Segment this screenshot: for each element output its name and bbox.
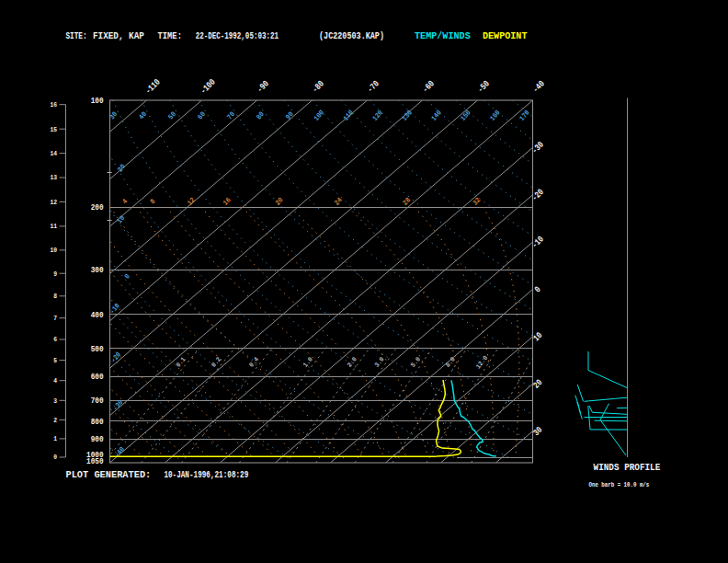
svg-text:100: 100 <box>91 96 104 106</box>
svg-text:800: 800 <box>91 417 104 427</box>
svg-text:TIME:: TIME: <box>158 30 182 41</box>
svg-text:13: 13 <box>50 174 57 181</box>
svg-text:200: 200 <box>91 202 104 213</box>
svg-text:2: 2 <box>53 417 57 424</box>
svg-text:WINDS PROFILE: WINDS PROFILE <box>594 462 661 473</box>
svg-text:3: 3 <box>53 397 57 405</box>
svg-text:One barb = 10.0 m/s: One barb = 10.0 m/s <box>589 481 650 488</box>
svg-text:5: 5 <box>53 357 57 364</box>
svg-text:8: 8 <box>53 293 57 300</box>
svg-text:14: 14 <box>50 150 57 157</box>
svg-text:900: 900 <box>91 434 104 444</box>
svg-text:12: 12 <box>50 199 57 206</box>
svg-text:300: 300 <box>91 265 104 275</box>
svg-text:500: 500 <box>91 344 104 354</box>
svg-text:(JC220503.KAP): (JC220503.KAP) <box>319 30 384 41</box>
svg-text:6: 6 <box>53 336 57 343</box>
svg-text:11: 11 <box>50 223 57 230</box>
svg-text:1050: 1050 <box>86 456 103 466</box>
svg-text:22-DEC-1992,05:03:21: 22-DEC-1992,05:03:21 <box>196 30 279 41</box>
svg-text:PLOT GENERATED:: PLOT GENERATED: <box>66 469 152 480</box>
svg-text:DEWPOINT: DEWPOINT <box>483 30 528 41</box>
svg-text:400: 400 <box>91 310 104 320</box>
svg-text:16: 16 <box>50 101 57 109</box>
svg-text:TEMP/WINDS: TEMP/WINDS <box>415 30 471 41</box>
svg-text:10-JAN-1996,21:08:29: 10-JAN-1996,21:08:29 <box>164 469 248 480</box>
svg-text:10: 10 <box>50 247 57 254</box>
svg-text:9: 9 <box>53 270 57 278</box>
svg-text:7: 7 <box>53 315 57 322</box>
svg-text:700: 700 <box>91 396 104 406</box>
svg-text:1: 1 <box>53 435 57 442</box>
svg-text:600: 600 <box>91 372 104 382</box>
svg-text:0: 0 <box>53 454 57 461</box>
svg-text:SITE:: SITE: <box>66 30 87 41</box>
svg-text:FIXED, KAP: FIXED, KAP <box>93 30 144 41</box>
svg-text:4: 4 <box>53 377 57 385</box>
svg-text:15: 15 <box>50 126 57 133</box>
